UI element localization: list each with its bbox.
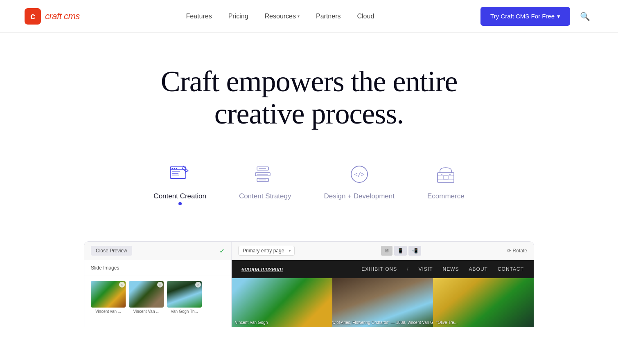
thumb-caption-3: Van Gogh Th... <box>167 309 202 314</box>
museum-nav-links: EXHIBITIONS / VISIT NEWS ABOUT CONTACT <box>361 266 524 272</box>
tab-content-creation-label: Content Creation <box>153 192 206 200</box>
thumb-caption-1: Vincent van ... <box>91 309 126 314</box>
screenshot-section: Close Preview ✓ Slide Images × Vincent v… <box>0 241 618 327</box>
design-development-icon: </> <box>348 163 371 186</box>
thumb-wrapper-3: × Van Gogh Th... <box>167 281 202 314</box>
museum-navbar: europa.museum EXHIBITIONS / VISIT NEWS A… <box>232 260 534 278</box>
thumb-wrapper-2: × Vincent Van ... <box>129 281 164 314</box>
logo-link[interactable]: c craft cms <box>25 8 80 25</box>
painting-2-caption: "View of Arles, Flowering Orchards" — 18… <box>332 320 433 325</box>
thumbnail-2: × <box>129 281 164 308</box>
nav-partners[interactable]: Partners <box>316 13 341 20</box>
svg-point-8 <box>176 168 177 169</box>
page-select-wrapper[interactable]: Primary entry page <box>238 246 295 256</box>
screenshot-container: Close Preview ✓ Slide Images × Vincent v… <box>84 241 534 327</box>
resources-chevron-icon: ▾ <box>298 14 300 18</box>
thumb-remove-1[interactable]: × <box>119 282 125 288</box>
check-icon: ✓ <box>219 247 225 255</box>
nav-features[interactable]: Features <box>186 13 212 20</box>
museum-preview: europa.museum EXHIBITIONS / VISIT NEWS A… <box>232 260 534 327</box>
preview-bar: Primary entry page 🖥 📱 📲 ⟳ Rotate <box>232 242 534 260</box>
content-strategy-icon <box>254 163 277 186</box>
nav-cloud[interactable]: Cloud <box>357 13 374 20</box>
painting-3: "Olive Tre... <box>433 278 534 327</box>
tab-ecommerce[interactable]: Ecommerce <box>427 163 465 200</box>
tab-ecommerce-label: Ecommerce <box>427 192 465 200</box>
tablet-view-button[interactable]: 📱 <box>394 246 407 256</box>
tab-content-strategy[interactable]: Content Strategy <box>239 163 291 200</box>
screenshot-right-panel: Primary entry page 🖥 📱 📲 ⟳ Rotate europa… <box>232 242 534 327</box>
svg-point-6 <box>171 168 173 169</box>
search-button[interactable]: 🔍 <box>577 8 593 25</box>
svg-point-7 <box>174 168 175 169</box>
thumbnail-3: × <box>167 281 202 308</box>
nav-pricing[interactable]: Pricing <box>228 13 248 20</box>
search-icon: 🔍 <box>580 12 590 21</box>
painting-3-caption: "Olive Tre... <box>436 320 458 325</box>
thumb-caption-2: Vincent Van ... <box>129 309 164 314</box>
nav-links: Features Pricing Resources ▾ Partners Cl… <box>186 13 374 20</box>
thumb-wrapper-1: × Vincent van ... <box>91 281 126 314</box>
slide-images-header: Slide Images <box>84 260 231 276</box>
feature-tabs: Content Creation Content Strategy <box>25 155 593 217</box>
ecommerce-icon <box>434 163 457 186</box>
tab-active-dot <box>178 202 182 205</box>
painting-2: "View of Arles, Flowering Orchards" — 18… <box>332 278 433 327</box>
close-preview-bar: Close Preview ✓ <box>84 242 231 260</box>
svg-rect-19 <box>443 176 448 179</box>
tab-content-strategy-label: Content Strategy <box>239 192 291 200</box>
hero-section: Craft empowers the entire creative proce… <box>0 33 618 241</box>
logo-letter: c <box>30 11 35 22</box>
cta-button[interactable]: Try Craft CMS For Free ▾ <box>480 7 570 26</box>
tab-design-development[interactable]: </> Design + Development <box>324 163 394 200</box>
thumb-remove-2[interactable]: × <box>157 282 163 288</box>
close-preview-button[interactable]: Close Preview <box>91 246 132 256</box>
thumbnails-row: × Vincent van ... × Vincent Van ... × Va… <box>84 276 231 319</box>
museum-exhibitions: EXHIBITIONS <box>361 266 397 272</box>
museum-logo: europa.museum <box>241 266 283 272</box>
museum-paintings: Vincent Van Gogh "View of Arles, Floweri… <box>232 278 534 327</box>
hero-title: Craft empowers the entire creative proce… <box>141 65 477 130</box>
museum-news: NEWS <box>443 266 459 272</box>
logo-text: craft cms <box>45 11 80 22</box>
cta-chevron-icon: ▾ <box>557 13 560 20</box>
tab-design-dev-label: Design + Development <box>324 192 394 200</box>
museum-visit: VISIT <box>419 266 433 272</box>
page-select[interactable]: Primary entry page <box>238 246 295 256</box>
screenshot-left-panel: Close Preview ✓ Slide Images × Vincent v… <box>84 242 232 327</box>
navbar: c craft cms Features Pricing Resources ▾… <box>0 0 618 33</box>
rotate-button[interactable]: ⟳ Rotate <box>507 248 527 254</box>
svg-text:</>: </> <box>354 171 364 178</box>
mobile-view-button[interactable]: 📲 <box>408 246 421 256</box>
museum-contact: CONTACT <box>498 266 524 272</box>
svg-rect-17 <box>438 173 454 182</box>
desktop-view-button[interactable]: 🖥 <box>381 246 392 256</box>
nav-resources[interactable]: Resources ▾ <box>265 13 300 20</box>
logo-icon: c <box>25 8 41 25</box>
thumb-remove-3[interactable]: × <box>195 282 201 288</box>
museum-sep: / <box>407 266 408 272</box>
painting-1: Vincent Van Gogh <box>232 278 332 327</box>
nav-right: Try Craft CMS For Free ▾ 🔍 <box>480 7 593 26</box>
tab-content-creation[interactable]: Content Creation <box>153 163 206 200</box>
device-buttons: 🖥 📱 📲 <box>381 246 421 256</box>
thumbnail-1: × <box>91 281 126 308</box>
content-creation-icon <box>169 163 192 186</box>
museum-about: ABOUT <box>469 266 488 272</box>
painting-1-caption: Vincent Van Gogh <box>235 320 268 325</box>
